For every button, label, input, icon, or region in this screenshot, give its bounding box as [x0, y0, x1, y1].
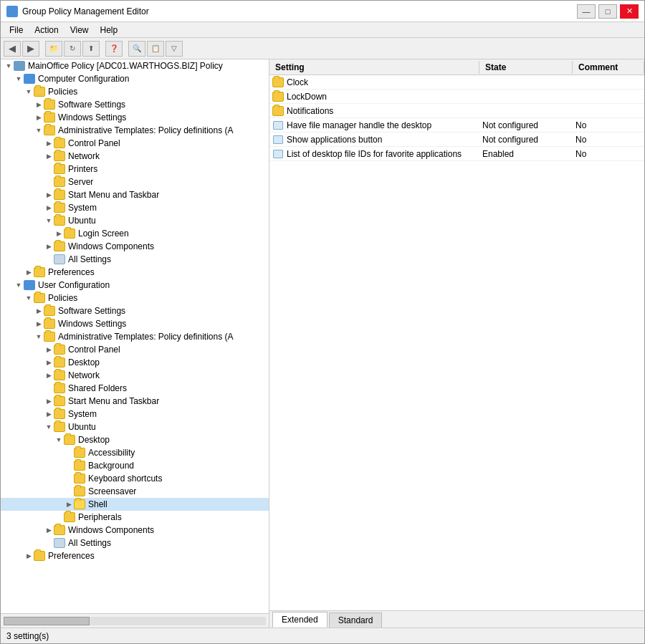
- tree-item-control-panel-cc[interactable]: ▶ Control Panel: [1, 137, 269, 150]
- ubuntu-cc-label: Ubuntu: [68, 216, 96, 226]
- menu-view[interactable]: View: [64, 24, 95, 37]
- tree-item-accessibility-uc[interactable]: Accessibility: [1, 446, 269, 459]
- export-button[interactable]: ⬆: [82, 41, 100, 57]
- admin-cc-expand: ▼: [34, 127, 44, 134]
- tree-item-user-config[interactable]: ▼ User Configuration: [1, 279, 269, 292]
- right-content[interactable]: Clock LockDown: [269, 75, 644, 610]
- desktop-ubuntu-uc-icon: [64, 435, 75, 445]
- tree-item-system-uc[interactable]: ▶ System: [1, 408, 269, 420]
- shared-folders-uc-label: Shared Folders: [68, 383, 127, 393]
- tree-item-ubuntu-cc[interactable]: ▼ Ubuntu: [1, 214, 269, 227]
- tree-item-all-settings-cc[interactable]: All Settings: [1, 253, 269, 266]
- tree-item-server-cc[interactable]: Server: [1, 176, 269, 188]
- tree-item-policies-uc[interactable]: ▼ Policies: [1, 292, 269, 304]
- table-row[interactable]: Show applications button Not configured …: [269, 133, 644, 147]
- menu-action[interactable]: Action: [29, 24, 64, 37]
- tree-item-keyboard-uc[interactable]: Keyboard shortcuts: [1, 472, 269, 485]
- tree-item-printers-cc[interactable]: Printers: [1, 163, 269, 176]
- back-button[interactable]: ◀: [4, 41, 21, 57]
- windows-settings-uc-label: Windows Settings: [58, 319, 126, 329]
- app-icon: [6, 6, 18, 17]
- menu-file[interactable]: File: [4, 24, 29, 37]
- tree-item-preferences-cc[interactable]: ▶ Preferences: [1, 266, 269, 279]
- tree-item-network-uc[interactable]: ▶ Network: [1, 369, 269, 382]
- table-row[interactable]: LockDown: [269, 90, 644, 104]
- tree-item-shared-folders-uc[interactable]: Shared Folders: [1, 382, 269, 395]
- tree-root[interactable]: ▼ MainOffice Policy [ADC01.WARTHOGS.BIZ]…: [1, 59, 269, 72]
- tree-item-peripherals-uc[interactable]: Peripherals: [1, 511, 269, 524]
- tree-item-windows-settings-cc[interactable]: ▶ Windows Settings: [1, 111, 269, 124]
- tree-item-preferences-uc[interactable]: ▶ Preferences: [1, 549, 269, 562]
- tree-item-all-settings-uc[interactable]: All Settings: [1, 537, 269, 549]
- background-uc-label: Background: [88, 461, 134, 471]
- prefs-cc-label: Preferences: [48, 267, 95, 277]
- tree-item-login-screen-cc[interactable]: ▶ Login Screen: [1, 227, 269, 240]
- title-bar: Group Policy Management Editor — □ ✕: [1, 1, 644, 22]
- close-button[interactable]: ✕: [620, 4, 639, 19]
- table-row[interactable]: List of desktop file IDs for favorite ap…: [269, 147, 644, 161]
- refresh-button[interactable]: ↻: [64, 41, 81, 57]
- tree-item-windows-settings-uc[interactable]: ▶ Windows Settings: [1, 317, 269, 330]
- scrollbar-thumb[interactable]: [4, 617, 90, 625]
- filter-button[interactable]: ▽: [166, 41, 183, 57]
- win-comp-uc-expand: ▶: [44, 527, 54, 534]
- tree-item-win-components-cc[interactable]: ▶ Windows Components: [1, 240, 269, 253]
- root-policy-icon: [14, 61, 25, 71]
- start-menu-uc-label: Start Menu and Taskbar: [68, 396, 159, 406]
- tree-horizontal-scrollbar[interactable]: [4, 617, 266, 625]
- menu-help[interactable]: Help: [95, 24, 124, 37]
- tree-item-control-panel-uc[interactable]: ▶ Control Panel: [1, 343, 269, 356]
- shared-folders-uc-icon: [54, 383, 65, 393]
- notifications-folder-icon: [272, 106, 284, 116]
- user-config-label: User Configuration: [38, 280, 110, 290]
- tree-item-screensaver-uc[interactable]: Screensaver: [1, 485, 269, 498]
- tree-item-admin-uc[interactable]: ▼ Administrative Templates: Policy defin…: [1, 330, 269, 343]
- tree-item-admin-cc[interactable]: ▼ Administrative Templates: Policy defin…: [1, 124, 269, 137]
- tree-scroll[interactable]: ▼ MainOffice Policy [ADC01.WARTHOGS.BIZ]…: [1, 59, 269, 613]
- tree-item-computer-config[interactable]: ▼ Computer Configuration: [1, 72, 269, 85]
- tree-item-desktop-uc[interactable]: ▶ Desktop: [1, 356, 269, 369]
- start-menu-cc-label: Start Menu and Taskbar: [68, 190, 159, 200]
- server-cc-icon: [54, 177, 65, 187]
- tree-item-shell-uc[interactable]: ▶ Shell: [1, 498, 269, 511]
- help-button[interactable]: ❓: [105, 41, 123, 57]
- system-cc-icon: [54, 203, 65, 213]
- tree-item-software-uc[interactable]: ▶ Software Settings: [1, 304, 269, 317]
- control-panel-uc-label: Control Panel: [68, 345, 120, 355]
- tree-item-policies-cc[interactable]: ▼ Policies: [1, 85, 269, 98]
- tree-item-background-uc[interactable]: Background: [1, 459, 269, 472]
- setting-cell-show-apps: Show applications button: [269, 135, 479, 145]
- tree-item-software-cc[interactable]: ▶ Software Settings: [1, 98, 269, 111]
- comment-cell-show-apps: No: [573, 135, 644, 145]
- tree-item-win-comp-uc[interactable]: ▶ Windows Components: [1, 524, 269, 537]
- status-bar: 3 setting(s): [1, 628, 644, 643]
- tab-standard[interactable]: Standard: [329, 612, 383, 628]
- system-uc-label: System: [68, 409, 97, 419]
- tree-item-network-cc[interactable]: ▶ Network: [1, 150, 269, 163]
- network-cc-icon: [54, 151, 65, 161]
- control-panel-uc-expand: ▶: [44, 346, 54, 353]
- tree-item-start-menu-cc[interactable]: ▶ Start Menu and Taskbar: [1, 188, 269, 201]
- clock-label: Clock: [287, 77, 308, 87]
- main-content: ▼ MainOffice Policy [ADC01.WARTHOGS.BIZ]…: [1, 59, 644, 628]
- view-button[interactable]: 📋: [147, 41, 164, 57]
- table-row[interactable]: Clock: [269, 75, 644, 90]
- control-panel-uc-icon: [54, 345, 65, 355]
- start-menu-cc-expand: ▶: [44, 191, 54, 198]
- control-panel-cc-expand: ▶: [44, 140, 54, 147]
- maximize-button[interactable]: □: [598, 4, 617, 19]
- prefs-uc-expand: ▶: [24, 552, 34, 559]
- search-button[interactable]: 🔍: [128, 41, 145, 57]
- table-row[interactable]: Have file manager handle the desktop Not…: [269, 118, 644, 133]
- tab-extended[interactable]: Extended: [272, 612, 328, 628]
- forward-button[interactable]: ▶: [22, 41, 39, 57]
- control-panel-cc-icon: [54, 138, 65, 148]
- tree-item-system-cc[interactable]: ▶ System: [1, 201, 269, 214]
- tree-item-desktop-ubuntu-uc[interactable]: ▼ Desktop: [1, 433, 269, 446]
- user-config-icon: [24, 280, 35, 290]
- table-row[interactable]: Notifications: [269, 104, 644, 118]
- minimize-button[interactable]: —: [577, 4, 596, 19]
- tree-item-ubuntu-uc[interactable]: ▼ Ubuntu: [1, 420, 269, 433]
- tree-item-start-menu-uc[interactable]: ▶ Start Menu and Taskbar: [1, 395, 269, 408]
- show-tree-button[interactable]: 📁: [45, 41, 62, 57]
